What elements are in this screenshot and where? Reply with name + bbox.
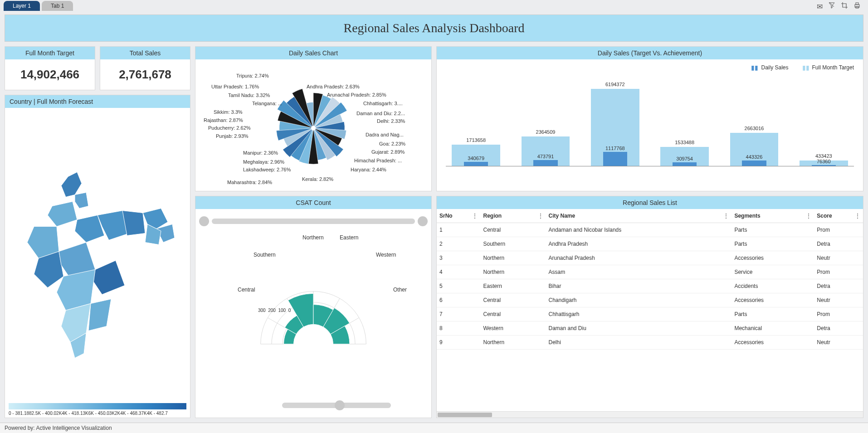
table-cell: Northern: [480, 265, 546, 279]
csat-bottom-slider[interactable]: [199, 400, 428, 410]
table-cell: Prom: [814, 223, 863, 237]
table-cell: Accessories: [731, 293, 814, 307]
table-header[interactable]: Score⋮: [814, 209, 863, 223]
table-cell: Prom: [814, 265, 863, 279]
table-cell: 3: [437, 251, 480, 265]
radial-slice-label: Manipur: 2.36%: [243, 150, 278, 156]
csat-panel: CSAT Count Northern Eastern Southern Wes…: [195, 196, 432, 418]
table-cell: Service: [731, 265, 814, 279]
radial-slice-label: Punjab: 2.93%: [216, 133, 249, 139]
table-row[interactable]: 6CentralChandigarhAccessoriesNeutr: [437, 293, 863, 307]
footer-text: Powered by: Active Intelligence Visualiz…: [0, 423, 868, 433]
table-row[interactable]: 3NorthernArunachal PradeshAccessoriesNeu…: [437, 251, 863, 265]
table-row[interactable]: 5EasternBiharAccidentsDetra: [437, 279, 863, 293]
table-header[interactable]: Segments⋮: [731, 209, 814, 223]
radial-slice-label: Daman and Diu: 2.2...: [356, 111, 405, 116]
column-menu-icon[interactable]: ⋮: [806, 213, 811, 219]
bar-group[interactable]: 1713658340679: [446, 80, 506, 166]
radial-slice-label: Uttar Pradesh: 1.76%: [211, 84, 259, 89]
filter-clear-icon[interactable]: [828, 2, 835, 11]
bar-chart-panel: Daily Sales (Target Vs. Achievement) ▮▮D…: [436, 46, 863, 191]
table-cell: Accessories: [731, 336, 814, 350]
radial-title: Daily Sales Chart: [195, 47, 431, 59]
table-cell: 1: [437, 223, 480, 237]
table-row[interactable]: 8WesternDaman and DiuMechanicalDetra: [437, 321, 863, 336]
radial-chart-panel: Daily Sales Chart Tripura: 2.74%Andhra P…: [195, 46, 432, 191]
table-panel: Regional Sales List SrNo⋮Region⋮City Nam…: [436, 196, 863, 418]
table-row[interactable]: 9NorthernDelhiAccessoriesNeutr: [437, 336, 863, 350]
table-cell: Andhra Pradesh: [546, 237, 732, 251]
tab-tab-1[interactable]: Tab 1: [42, 1, 73, 11]
gauge-label-central: Central: [238, 287, 255, 293]
table-cell: Western: [480, 321, 546, 336]
gauge-label-northern: Northern: [302, 234, 324, 241]
tab-bar: Layer 1 Tab 1 ✉: [0, 0, 868, 11]
column-menu-icon[interactable]: ⋮: [472, 213, 478, 219]
india-map[interactable]: [7, 110, 188, 416]
table-cell: Detra: [814, 321, 863, 336]
table-cell: 7: [437, 307, 480, 321]
table-cell: 4: [437, 265, 480, 279]
dashboard-title: Regional Sales Analysis Dashboard: [344, 21, 525, 35]
kpi-sales: Total Sales 2,761,678: [100, 46, 190, 90]
csat-gauge[interactable]: Northern Eastern Southern Western Centra…: [199, 230, 428, 397]
csat-top-slider[interactable]: [199, 216, 428, 226]
dashboard-title-panel: Regional Sales Analysis Dashboard: [5, 15, 863, 42]
table-cell: Accidents: [731, 279, 814, 293]
kpi-sales-value: 2,761,678: [100, 59, 190, 90]
column-menu-icon[interactable]: ⋮: [855, 213, 860, 219]
table-cell: Parts: [731, 307, 814, 321]
gauge-ticks: 300 200 100 0: [258, 308, 291, 313]
legend-daily-sales[interactable]: ▮▮Daily Sales: [751, 64, 788, 71]
table-cell: 6: [437, 293, 480, 307]
table-title: Regional Sales List: [437, 196, 863, 209]
table-row[interactable]: 1CentralAndaman and Nicobar IslandsParts…: [437, 223, 863, 237]
column-menu-icon[interactable]: ⋮: [723, 213, 729, 219]
bar-group[interactable]: 61943721117768: [585, 80, 645, 166]
bar-chart[interactable]: ▮▮Daily Sales ▮▮Full Month Target 171365…: [437, 59, 863, 191]
bar-group[interactable]: 2663016443326: [724, 80, 784, 166]
table-cell: Andaman and Nicobar Islands: [546, 223, 732, 237]
radial-slice-label: Goa: 2.23%: [379, 141, 405, 146]
kpi-target-value: 14,902,466: [5, 59, 95, 90]
table-cell: Chandigarh: [546, 293, 732, 307]
crop-icon[interactable]: [841, 2, 848, 11]
radial-slice-label: Chhattisgarh: 3....: [363, 101, 403, 106]
mail-icon[interactable]: ✉: [817, 2, 823, 11]
table-cell: Chhattisgarh: [546, 307, 732, 321]
kpi-sales-label: Total Sales: [100, 47, 190, 59]
table-header[interactable]: City Name⋮: [546, 209, 732, 223]
radial-slice-label: Dadra and Nag...: [366, 132, 404, 137]
legend-full-month-target[interactable]: ▮▮Full Month Target: [802, 64, 854, 71]
tab-layer-1[interactable]: Layer 1: [4, 1, 40, 11]
table-row[interactable]: 7CentralChhattisgarhPartsProm: [437, 307, 863, 321]
radial-slice-label: Telangana: ...: [252, 101, 282, 106]
radial-slice-label: Meghalaya: 2.96%: [243, 159, 284, 165]
table-cell: Parts: [731, 223, 814, 237]
radial-slice-label: Gujarat: 2.89%: [371, 149, 405, 155]
table-cell: Parts: [731, 237, 814, 251]
bar-group[interactable]: 1533488309754: [654, 80, 715, 166]
bar-group[interactable]: 43342376360: [794, 80, 854, 166]
kpi-target-label: Full Month Target: [5, 47, 95, 59]
table-row[interactable]: 2SouthernAndhra PradeshPartsDetra: [437, 237, 863, 251]
table-horizontal-scrollbar[interactable]: [437, 411, 863, 418]
column-menu-icon[interactable]: ⋮: [538, 213, 543, 219]
bar-group[interactable]: 2364509473791: [515, 80, 575, 166]
table-cell: Prom: [814, 307, 863, 321]
table-row[interactable]: 4NorthernAssamServiceProm: [437, 265, 863, 279]
table-cell: Assam: [546, 265, 732, 279]
radial-slice-label: Tamil Nadu: 3.32%: [228, 92, 270, 98]
regional-sales-table[interactable]: SrNo⋮Region⋮City Name⋮Segments⋮Score⋮ 1C…: [437, 209, 863, 350]
table-cell: Southern: [480, 237, 546, 251]
table-header[interactable]: Region⋮: [480, 209, 546, 223]
table-cell: Central: [480, 307, 546, 321]
table-cell: Arunachal Pradesh: [546, 251, 732, 265]
table-cell: Bihar: [546, 279, 732, 293]
table-cell: Neutr: [814, 336, 863, 350]
radial-chart[interactable]: Tripura: 2.74%Andhra Pradesh: 2.63%Aruna…: [195, 59, 431, 191]
table-header[interactable]: SrNo⋮: [437, 209, 480, 223]
gauge-label-eastern: Eastern: [340, 234, 358, 241]
toolbar-actions: ✉: [817, 2, 864, 11]
print-icon[interactable]: [853, 2, 861, 11]
